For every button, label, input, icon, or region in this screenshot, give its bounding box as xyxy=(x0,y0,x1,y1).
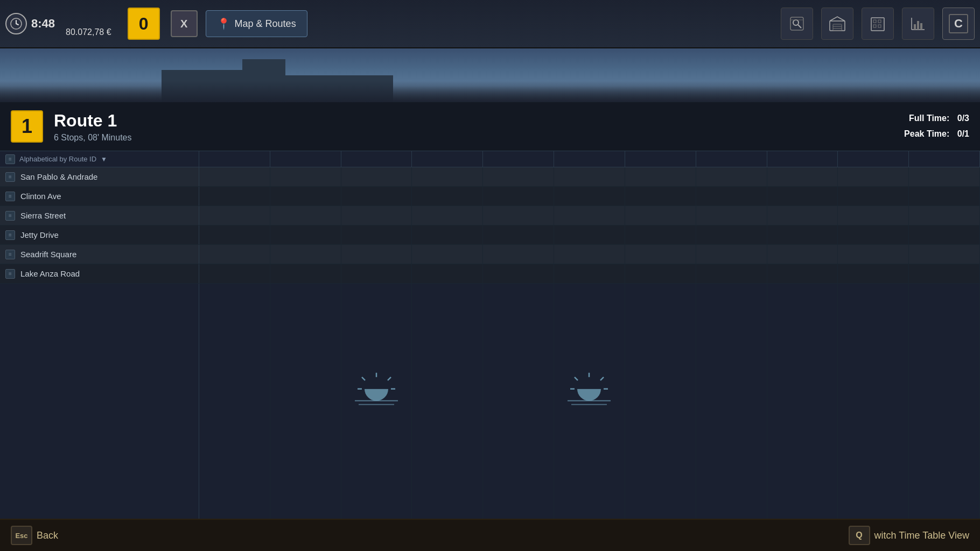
stop-name-cell: Clinton Ave xyxy=(0,187,199,206)
svg-point-4 xyxy=(793,20,799,25)
time-cell xyxy=(341,167,412,186)
time-cells xyxy=(199,206,980,225)
svg-rect-14 xyxy=(873,25,876,27)
stops-container: San Pablo & AndradeClinton AveSierra Str… xyxy=(0,167,980,284)
time-cell xyxy=(412,167,483,186)
time-cell xyxy=(554,264,625,283)
grid-col-3 xyxy=(341,284,412,519)
svg-line-35 xyxy=(575,377,578,380)
time-cells xyxy=(199,264,980,283)
stop-row[interactable]: Jetty Drive xyxy=(0,225,980,245)
stop-row[interactable]: San Pablo & Andrade xyxy=(0,167,980,187)
garage-icon-btn[interactable] xyxy=(821,8,853,40)
stop-name: Jetty Drive xyxy=(20,230,59,239)
svg-rect-20 xyxy=(920,23,922,30)
time-cell xyxy=(838,245,909,264)
time-cell xyxy=(341,187,412,206)
time-cells xyxy=(199,225,980,244)
time-col-7 xyxy=(625,151,696,167)
map-routes-tab[interactable]: 📍 Map & Routes xyxy=(206,10,307,37)
svg-line-26 xyxy=(362,377,365,380)
main-content: ≡ Alphabetical by Route ID ▼ San Pablo &… xyxy=(0,151,980,519)
stop-column-header: ≡ Alphabetical by Route ID ▼ xyxy=(0,151,199,167)
route-header: 1 Route 1 6 Stops, 08' Minutes Full Time… xyxy=(0,102,980,151)
time-col-5 xyxy=(483,151,554,167)
time-cell xyxy=(625,187,696,206)
stop-row[interactable]: Lake Anza Road xyxy=(0,264,980,284)
svg-point-31 xyxy=(577,377,601,401)
grid-col-10 xyxy=(838,284,909,519)
time-cell xyxy=(199,167,270,186)
peak-time-row: Peak Time: 0/1 xyxy=(904,126,969,142)
c-button[interactable]: C xyxy=(942,8,975,40)
svg-line-5 xyxy=(798,25,801,28)
svg-rect-19 xyxy=(917,21,919,30)
stop-name: Seadrift Square xyxy=(20,250,76,259)
time-col-9 xyxy=(767,151,838,167)
grid-col-8 xyxy=(696,284,767,519)
time-col-10 xyxy=(838,151,909,167)
time-cells xyxy=(199,187,980,206)
stop-row[interactable]: Sierra Street xyxy=(0,206,980,225)
time-cell xyxy=(341,225,412,244)
time-col-11 xyxy=(909,151,980,167)
svg-rect-13 xyxy=(878,20,881,23)
time-cell xyxy=(909,187,980,206)
time-col-6 xyxy=(554,151,625,167)
grid-area xyxy=(0,284,980,519)
time-col-4 xyxy=(412,151,483,167)
time-cell xyxy=(341,206,412,225)
grid-col-1 xyxy=(199,284,270,519)
stop-name-cell: Lake Anza Road xyxy=(0,264,199,283)
grid-col-2 xyxy=(270,284,341,519)
time-cell xyxy=(696,225,767,244)
route-times: Full Time: 0/3 Peak Time: 0/1 xyxy=(904,111,969,142)
time-cell xyxy=(909,245,980,264)
stop-icon xyxy=(5,211,15,221)
stop-row[interactable]: Clinton Ave xyxy=(0,187,980,206)
grid-col-9 xyxy=(767,284,838,519)
back-button[interactable]: Esc Back xyxy=(11,526,58,545)
time-cell xyxy=(696,167,767,186)
stop-row[interactable]: Seadrift Square xyxy=(0,245,980,264)
time-cell xyxy=(767,187,838,206)
esc-key: Esc xyxy=(11,526,32,545)
building-icon-btn[interactable] xyxy=(862,8,894,40)
time-cell xyxy=(767,206,838,225)
switch-view-text: witch Time Table View xyxy=(874,530,969,541)
time-cell xyxy=(554,206,625,225)
chart-icon-btn[interactable] xyxy=(902,8,934,40)
time-cell xyxy=(199,245,270,264)
time-col-3 xyxy=(341,151,412,167)
svg-rect-12 xyxy=(873,20,876,23)
time-col-8 xyxy=(696,151,767,167)
time-cell xyxy=(341,245,412,264)
time-cell xyxy=(412,245,483,264)
time-cell xyxy=(483,245,554,264)
time-cell xyxy=(483,167,554,186)
time-cell xyxy=(767,167,838,186)
time-cell xyxy=(412,264,483,283)
svg-rect-15 xyxy=(878,25,881,27)
time-cell xyxy=(767,245,838,264)
clock-icon xyxy=(5,13,27,34)
time-cell xyxy=(270,187,341,206)
stop-icon xyxy=(5,230,15,240)
grid-col-6 xyxy=(554,284,625,519)
time-cell xyxy=(199,206,270,225)
sunrise-icon-2 xyxy=(565,372,613,409)
time-cell xyxy=(270,225,341,244)
time-cell xyxy=(270,245,341,264)
time-cell xyxy=(838,187,909,206)
time-cell xyxy=(838,206,909,225)
time-value: 8:48 xyxy=(31,17,55,31)
time-cell xyxy=(625,245,696,264)
time-cell xyxy=(270,264,341,283)
svg-rect-3 xyxy=(790,17,803,30)
search-icon-btn[interactable] xyxy=(781,8,813,40)
switch-view-button[interactable]: Q witch Time Table View xyxy=(849,526,969,545)
time-cell xyxy=(838,167,909,186)
svg-line-33 xyxy=(600,377,604,380)
grid-col-7 xyxy=(625,284,696,519)
x-button[interactable]: X xyxy=(171,10,198,37)
